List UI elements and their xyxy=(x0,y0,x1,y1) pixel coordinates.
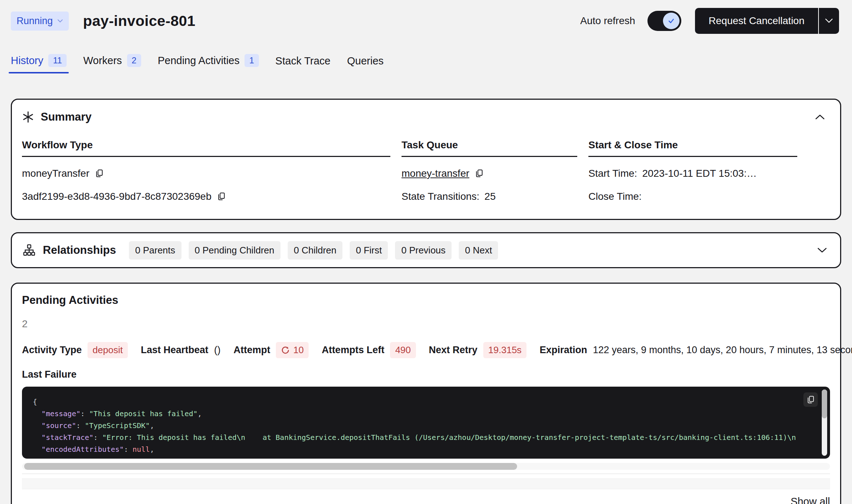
copy-icon xyxy=(806,395,815,404)
activity-type-attr: Activity Type deposit xyxy=(22,342,128,358)
relationships-card: Relationships 0 Parents 0 Pending Childr… xyxy=(11,232,841,268)
horizontal-scrollbar-thumb[interactable] xyxy=(24,463,517,470)
start-time-label: Start Time: xyxy=(588,168,637,179)
tab-history[interactable]: History 11 xyxy=(11,54,67,73)
next-retry-label: Next Retry xyxy=(429,345,477,356)
task-queue-header: Task Queue xyxy=(402,139,577,157)
vertical-scrollbar[interactable] xyxy=(822,390,827,456)
show-all-link[interactable]: Show all xyxy=(22,496,830,504)
tab-count-badge: 1 xyxy=(245,54,259,67)
tab-bar: History 11 Workers 2 Pending Activities … xyxy=(0,54,852,73)
chevron-up-icon xyxy=(814,113,826,121)
attempts-left-label: Attempts Left xyxy=(322,345,384,356)
status-label: Running xyxy=(17,15,53,27)
tab-stack-trace[interactable]: Stack Trace xyxy=(275,55,331,73)
expiration-attr: Expiration 122 years, 9 months, 10 days,… xyxy=(539,345,852,356)
page-title: pay-invoice-801 xyxy=(83,13,196,30)
chevron-down-icon xyxy=(816,247,828,254)
check-icon xyxy=(667,17,676,25)
row-divider xyxy=(22,473,830,474)
toggle-knob xyxy=(663,13,680,29)
attempt-badge: 10 xyxy=(276,342,309,358)
auto-refresh-toggle[interactable] xyxy=(647,11,681,31)
copy-icon xyxy=(474,168,484,178)
collapse-summary-button[interactable] xyxy=(813,112,827,122)
vertical-scrollbar-thumb[interactable] xyxy=(822,390,827,418)
tab-pending-activities[interactable]: Pending Activities 1 xyxy=(158,54,259,73)
next-count-badge: 0 Next xyxy=(459,241,498,260)
next-retry-badge: 19.315s xyxy=(483,342,527,358)
request-cancellation-button[interactable]: Request Cancellation xyxy=(695,8,818,34)
close-time-label: Close Time: xyxy=(588,191,642,202)
copy-icon xyxy=(94,168,104,178)
auto-refresh-label: Auto refresh xyxy=(580,15,635,27)
children-count-badge: 0 Children xyxy=(288,241,343,260)
tab-label: Pending Activities xyxy=(158,55,239,67)
failure-code: { "message": "This deposit has failed", … xyxy=(22,387,830,459)
copy-workflow-type-button[interactable] xyxy=(94,168,104,178)
pending-activities-count: 2 xyxy=(22,318,830,330)
run-id-value: 3adf2199-e3d8-4936-9bd7-8c87302369eb xyxy=(22,191,211,202)
attempt-label: Attempt xyxy=(233,345,270,356)
retry-icon xyxy=(281,346,290,355)
attempts-left-attr: Attempts Left 490 xyxy=(322,342,416,358)
summary-header: Summary xyxy=(22,111,830,123)
cancellation-options-button[interactable] xyxy=(818,8,839,34)
state-transitions-value: 25 xyxy=(484,191,495,202)
collapsed-activity-row xyxy=(22,478,830,489)
status-badge[interactable]: Running xyxy=(11,12,69,31)
first-count-badge: 0 First xyxy=(350,241,388,260)
copy-icon xyxy=(216,192,226,201)
parents-count-badge: 0 Parents xyxy=(129,241,181,260)
header-actions: Auto refresh Request Cancellation xyxy=(580,8,839,34)
chevron-down-icon xyxy=(57,19,63,23)
cancel-button-group: Request Cancellation xyxy=(695,8,839,34)
workflow-type-header: Workflow Type xyxy=(22,139,390,157)
tab-label: History xyxy=(11,55,43,67)
copy-task-queue-button[interactable] xyxy=(474,168,484,178)
last-heartbeat-attr: Last Heartbeat () xyxy=(141,345,221,356)
tab-label: Queries xyxy=(347,55,384,67)
activity-type-label: Activity Type xyxy=(22,345,82,356)
start-close-time-column: Start & Close Time Start Time: 2023-10-1… xyxy=(588,139,797,203)
start-time-value: 2023-10-11 EDT 15:03:… xyxy=(642,168,757,179)
chevron-down-icon xyxy=(824,18,834,24)
activity-attributes-row: Activity Type deposit Last Heartbeat () … xyxy=(22,342,830,358)
tab-label: Stack Trace xyxy=(275,55,331,67)
tab-count-badge: 2 xyxy=(127,54,141,67)
activity-type-badge: deposit xyxy=(88,342,128,358)
relationships-title: Relationships xyxy=(43,244,116,257)
last-heartbeat-value: () xyxy=(214,345,220,356)
asterisk-icon xyxy=(22,111,34,123)
next-retry-attr: Next Retry 19.315s xyxy=(429,342,527,358)
last-failure-label: Last Failure xyxy=(22,369,830,380)
title-group: Running pay-invoice-801 xyxy=(11,12,196,31)
expand-relationships-button[interactable] xyxy=(815,245,829,255)
summary-title: Summary xyxy=(41,111,91,123)
tab-label: Workers xyxy=(83,55,122,67)
tab-queries[interactable]: Queries xyxy=(347,55,384,73)
state-transitions-label: State Transitions: xyxy=(402,191,479,202)
tab-count-badge: 11 xyxy=(48,54,67,67)
pending-activities-title: Pending Activities xyxy=(22,294,830,307)
pending-children-count-badge: 0 Pending Children xyxy=(189,241,281,260)
start-close-time-header: Start & Close Time xyxy=(588,139,797,157)
attempt-attr: Attempt 10 xyxy=(233,342,309,358)
last-failure-code-block: { "message": "This deposit has failed", … xyxy=(22,387,830,459)
expiration-value: 122 years, 9 months, 10 days, 20 hours, … xyxy=(593,345,852,356)
attempts-left-badge: 490 xyxy=(390,342,416,358)
summary-columns: Workflow Type moneyTransfer 3adf2199-e3d… xyxy=(22,139,830,203)
pending-activities-card: Pending Activities 2 Activity Type depos… xyxy=(11,283,841,504)
copy-failure-button[interactable] xyxy=(803,392,818,407)
attempt-value: 10 xyxy=(293,345,304,356)
workflow-type-value: moneyTransfer xyxy=(22,168,89,179)
summary-card: Summary Workflow Type moneyTransfer 3adf… xyxy=(11,99,841,220)
task-queue-link[interactable]: money-transfer xyxy=(402,168,469,179)
task-queue-column: Task Queue money-transfer State Transiti… xyxy=(402,139,577,203)
last-heartbeat-label: Last Heartbeat xyxy=(141,345,208,356)
expiration-label: Expiration xyxy=(539,345,587,356)
hierarchy-icon xyxy=(23,244,36,257)
horizontal-scrollbar[interactable] xyxy=(22,463,830,470)
tab-workers[interactable]: Workers 2 xyxy=(83,54,141,73)
copy-run-id-button[interactable] xyxy=(216,192,226,201)
